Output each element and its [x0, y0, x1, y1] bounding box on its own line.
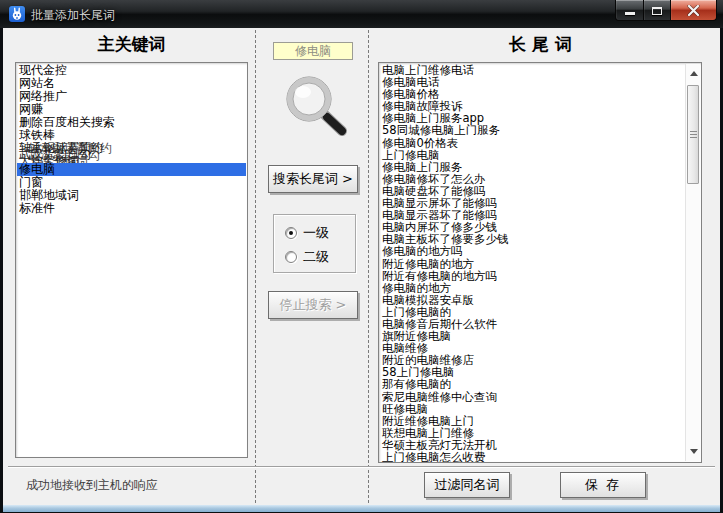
longtail-list-item[interactable]: 附近有修电脑的地方吗	[380, 270, 684, 282]
keyword-list-item[interactable]: 修电脑	[17, 163, 246, 176]
keyword-list-item[interactable]: 标准件	[17, 202, 246, 215]
longtail-list-item[interactable]: 索尼电脑维修中心查询	[380, 391, 684, 403]
close-icon	[687, 5, 700, 16]
app-window: 批量添加长尾词 主关键词 长 尾 词 现代金控网站名网络推广网赚删除百度相关搜索…	[0, 0, 723, 513]
minimize-button[interactable]	[615, 0, 644, 21]
longtail-list-item[interactable]: 58同城修电脑上门服务	[380, 124, 684, 136]
maximize-button[interactable]	[644, 0, 671, 21]
longtail-list-item[interactable]: 修电脑0价格表	[380, 137, 684, 149]
longtail-words-header: 长 尾 词	[378, 33, 703, 56]
longtail-words-list: 电脑上门维修电话修电脑电话修电脑价格修电脑故障投诉修电脑上门服务app58同城修…	[380, 64, 684, 463]
stop-search-button: 停止搜索 >	[268, 291, 358, 319]
radio-button[interactable]	[285, 227, 297, 239]
minimize-icon	[625, 12, 635, 15]
scroll-down-icon	[690, 449, 698, 454]
longtail-list-item[interactable]: 上门修电脑	[380, 149, 684, 161]
window-title: 批量添加长尾词	[31, 7, 115, 24]
keyword-list-item[interactable]: 球铁棒	[17, 129, 246, 142]
separator-right	[368, 30, 369, 503]
scrollbar-grip-icon	[690, 131, 697, 139]
level-groupbox: 一级二级	[273, 214, 356, 273]
main-keywords-listbox[interactable]: 现代金控网站名网络推广网赚删除百度相关搜索球铁棒轴承钢球赛预约轴承钢球赛预约武汉…	[15, 62, 248, 458]
main-keywords-header: 主关键词	[15, 33, 248, 56]
keyword-list-item[interactable]: 网络推广	[17, 90, 246, 103]
longtail-list-item[interactable]: 修电脑的地方	[380, 282, 684, 294]
garbled-overlapped-text[interactable]: 轴承钢球赛预约轴承钢球赛预约武汉货韵日勾武汉货韵日勾大连宝修词大连宝修词	[17, 142, 246, 163]
caption-buttons	[615, 0, 717, 21]
radio-label: 二级	[303, 248, 329, 266]
longtail-list-item[interactable]: 修电脑的地方吗	[380, 245, 684, 257]
longtail-list-item[interactable]: 旺修电脑	[380, 403, 684, 415]
filter-duplicates-button[interactable]: 过滤同名词	[424, 472, 510, 498]
close-button[interactable]	[671, 0, 717, 21]
level-radio-row[interactable]: 一级	[285, 226, 329, 240]
radio-label: 一级	[303, 224, 329, 242]
main-keywords-list: 现代金控网站名网络推广网赚删除百度相关搜索球铁棒轴承钢球赛预约轴承钢球赛预约武汉…	[17, 64, 246, 215]
titlebar[interactable]: 批量添加长尾词	[0, 0, 723, 28]
longtail-list-item[interactable]: 上门修电脑怎么收费	[380, 451, 684, 463]
window-bottom-border	[3, 505, 720, 512]
status-message: 成功地接收到主机的响应	[26, 477, 158, 494]
scroll-up-button[interactable]	[686, 66, 701, 81]
maximize-icon	[652, 7, 662, 15]
level-radio-row[interactable]: 二级	[285, 250, 329, 264]
separator-left	[255, 30, 256, 503]
radio-button[interactable]	[285, 251, 297, 263]
scrollbar-thumb[interactable]	[687, 85, 699, 184]
scroll-down-button[interactable]	[686, 444, 701, 459]
save-button[interactable]: 保 存	[560, 472, 646, 498]
search-longtail-button[interactable]: 搜索长尾词 >	[268, 165, 358, 193]
magnifier-icon	[281, 74, 351, 140]
status-groove	[8, 466, 715, 467]
scrollbar[interactable]	[685, 64, 700, 461]
app-rabbit-icon	[9, 6, 25, 22]
current-keyword-label: 修电脑	[273, 42, 353, 60]
scroll-up-icon	[690, 71, 698, 76]
longtail-list-item[interactable]: 附近维修电脑上门	[380, 415, 684, 427]
longtail-list-item[interactable]: 附近修电脑的地方	[380, 258, 684, 270]
longtail-words-listbox[interactable]: 电脑上门维修电话修电脑电话修电脑价格修电脑故障投诉修电脑上门服务app58同城修…	[378, 62, 702, 463]
longtail-list-item[interactable]: 那有修电脑的	[380, 378, 684, 390]
